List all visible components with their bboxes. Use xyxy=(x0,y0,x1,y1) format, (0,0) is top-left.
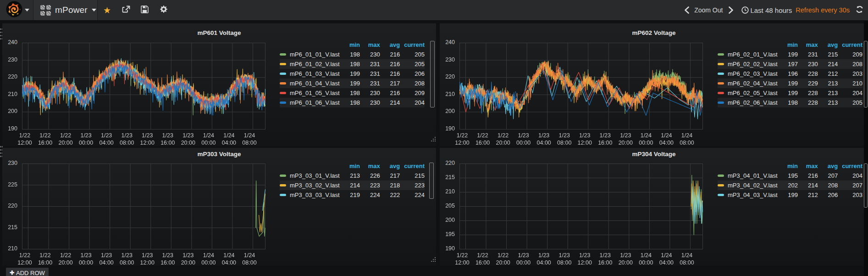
legend-header-current[interactable]: current xyxy=(838,161,862,171)
legend-header-min[interactable]: min xyxy=(778,40,798,50)
legend-value-current: 205 xyxy=(400,59,425,69)
save-button[interactable] xyxy=(135,0,154,20)
x-axis-tick-label: 1/2408:00 xyxy=(238,132,261,146)
series-name[interactable]: mP6_01_05_V.last xyxy=(290,90,340,96)
legend-header-max[interactable]: max xyxy=(798,40,818,50)
legend-row: mP3_04_02_V.last202214208207 xyxy=(718,180,862,190)
add-row-button[interactable]: ✚ ADD ROW xyxy=(6,268,49,276)
panel-title[interactable]: mP303 Voltage xyxy=(2,151,436,158)
legend-table: minmaxavgcurrentmP6_01_01_V.last19823021… xyxy=(280,40,425,107)
legend-value-max: 226 xyxy=(360,171,380,180)
series-color-swatch[interactable] xyxy=(718,63,724,65)
legend-header-min[interactable]: min xyxy=(778,161,798,171)
legend-value-max: 231 xyxy=(798,50,818,59)
series-name[interactable]: mP3_03_01_V.last xyxy=(290,172,340,179)
zoom-out-button[interactable]: Zoom Out xyxy=(692,4,725,17)
series-name[interactable]: mP6_01_06_V.last xyxy=(290,99,340,106)
chart-plot[interactable] xyxy=(22,43,265,130)
series-color-swatch[interactable] xyxy=(718,175,724,177)
panel-title[interactable]: mP304 Voltage xyxy=(440,151,868,158)
series-color-swatch[interactable] xyxy=(718,101,724,104)
legend-header-current[interactable]: current xyxy=(400,40,425,50)
legend-header-avg[interactable]: avg xyxy=(818,161,838,171)
legend-value-min: 199 xyxy=(340,79,360,88)
panel-resize-handle[interactable] xyxy=(430,256,436,262)
series-color-swatch[interactable] xyxy=(280,53,286,56)
share-button[interactable] xyxy=(116,0,135,20)
panel-title[interactable]: mP602 Voltage xyxy=(440,29,868,36)
series-name[interactable]: mP6_02_05_V.last xyxy=(728,90,778,96)
legend-header-max[interactable]: max xyxy=(798,161,818,171)
legend-header-max[interactable]: max xyxy=(360,40,380,50)
refresh-button[interactable] xyxy=(854,3,865,18)
legend-row: mP6_01_03_V.last199231216206 xyxy=(280,69,425,79)
series-color-swatch[interactable] xyxy=(718,73,724,75)
series-name[interactable]: mP6_01_01_V.last xyxy=(290,51,340,58)
series-color-swatch[interactable] xyxy=(718,53,724,56)
settings-button[interactable] xyxy=(154,0,173,20)
series-name[interactable]: mP3_04_02_V.last xyxy=(728,182,778,189)
chart-plot[interactable] xyxy=(459,163,703,249)
series-color-swatch[interactable] xyxy=(280,101,286,104)
y-axis-tick-label: 215 xyxy=(4,224,17,231)
legend-header-avg[interactable]: avg xyxy=(818,40,838,50)
legend-value-min: 198 xyxy=(340,88,360,98)
series-color-swatch[interactable] xyxy=(718,194,724,196)
series-color-swatch[interactable] xyxy=(280,63,286,65)
plus-icon: ✚ xyxy=(10,270,14,276)
series-color-swatch[interactable] xyxy=(280,184,286,186)
series-name[interactable]: mP6_01_03_V.last xyxy=(290,70,340,77)
legend-header-avg[interactable]: avg xyxy=(380,161,400,171)
legend-value-max: 231 xyxy=(360,79,380,88)
legend-scrollbar[interactable] xyxy=(864,41,868,107)
legend-value-min: 198 xyxy=(340,59,360,69)
dashboard-grid-icon xyxy=(40,5,51,16)
series-name[interactable]: mP6_02_02_V.last xyxy=(728,61,778,68)
chart-plot[interactable] xyxy=(459,43,703,130)
legend-value-current: 209 xyxy=(400,88,425,98)
series-name[interactable]: mP3_04_03_V.last xyxy=(728,192,778,198)
series-name[interactable]: mP6_02_04_V.last xyxy=(728,80,778,87)
legend-header-min[interactable]: min xyxy=(340,40,360,50)
series-color-swatch[interactable] xyxy=(280,82,286,84)
series-color-swatch[interactable] xyxy=(280,92,286,94)
dashboard-picker[interactable]: mPower xyxy=(33,0,98,20)
time-range-button[interactable]: Last 48 hours xyxy=(741,4,794,17)
series-name[interactable]: mP3_03_03_V.last xyxy=(290,192,340,198)
chart-plot[interactable] xyxy=(22,163,265,249)
series-color-swatch[interactable] xyxy=(280,194,286,196)
grafana-logo-menu[interactable] xyxy=(0,0,33,20)
series-color-swatch[interactable] xyxy=(718,184,724,186)
legend-table: minmaxavgcurrentmP3_04_01_V.last19521620… xyxy=(718,161,862,200)
series-color-swatch[interactable] xyxy=(280,73,286,75)
panel-title[interactable]: mP601 Voltage xyxy=(2,29,436,36)
legend-row: mP6_02_05_V.last199228213204 xyxy=(718,88,862,98)
series-name[interactable]: mP6_02_06_V.last xyxy=(728,99,778,106)
series-name[interactable]: mP6_02_03_V.last xyxy=(728,70,778,77)
series-color-swatch[interactable] xyxy=(718,92,724,94)
legend-header-avg[interactable]: avg xyxy=(380,40,400,50)
legend-value-avg: 216 xyxy=(380,88,400,98)
star-button[interactable]: ★ xyxy=(98,0,116,20)
time-shift-back-button[interactable] xyxy=(681,4,692,17)
legend-scrollbar[interactable] xyxy=(864,163,868,208)
legend-value-avg: 213 xyxy=(818,79,838,88)
legend-row: mP3_03_02_V.last214223218223 xyxy=(280,180,425,190)
series-name[interactable]: mP6_01_04_V.last xyxy=(290,80,340,87)
series-name[interactable]: mP3_04_01_V.last xyxy=(728,172,778,179)
series-name[interactable]: mP6_01_02_V.last xyxy=(290,61,340,68)
time-shift-forward-button[interactable] xyxy=(725,4,737,17)
legend-scrollbar[interactable] xyxy=(429,163,434,199)
series-color-swatch[interactable] xyxy=(280,175,286,177)
legend-header-min[interactable]: min xyxy=(340,161,360,171)
series-color-swatch[interactable] xyxy=(718,82,724,84)
legend-header-current[interactable]: current xyxy=(400,161,425,171)
series-name[interactable]: mP3_03_02_V.last xyxy=(290,182,340,189)
refresh-interval-button[interactable]: Refresh every 30s xyxy=(793,4,852,17)
legend-header-current[interactable]: current xyxy=(838,40,862,50)
legend-value-current: 207 xyxy=(838,180,862,190)
series-name[interactable]: mP6_02_01_V.last xyxy=(728,51,778,58)
legend-header-max[interactable]: max xyxy=(360,161,380,171)
panel-resize-handle[interactable] xyxy=(430,136,436,142)
legend-scrollbar[interactable] xyxy=(430,41,435,107)
